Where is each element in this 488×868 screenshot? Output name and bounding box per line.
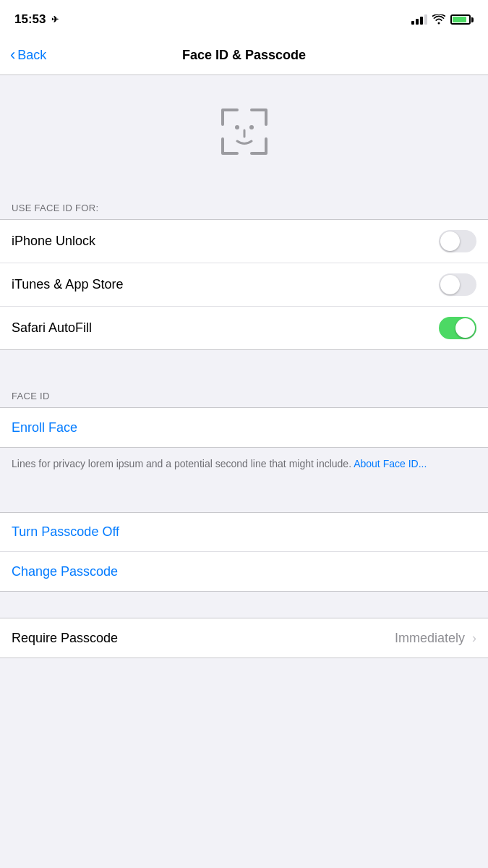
status-bar: 15:53 ✈︎ [0,0,488,36]
about-face-id-link[interactable]: About Face ID... [354,458,427,469]
safari-autofill-toggle[interactable] [439,317,476,339]
require-passcode-label: Require Passcode [12,631,118,646]
svg-point-1 [249,125,254,129]
wifi-icon [432,14,445,25]
battery-icon [450,14,474,25]
back-button[interactable]: ‹ Back [10,48,46,63]
iphone-unlock-toggle[interactable] [439,230,476,252]
require-passcode-row[interactable]: Require Passcode Immediately › [0,618,488,658]
signal-bar-2 [416,19,419,25]
spacer-2 [0,486,488,512]
require-passcode-group: Require Passcode Immediately › [0,618,488,658]
svg-point-0 [235,125,239,129]
change-passcode-label: Change Passcode [12,564,118,579]
back-chevron-icon: ‹ [10,47,15,63]
enroll-face-label: Enroll Face [12,420,77,435]
safari-autofill-label: Safari AutoFill [12,320,92,336]
itunes-app-store-toggle-knob [440,275,460,294]
enroll-face-group: Enroll Face [0,407,488,448]
face-id-hero [0,75,488,188]
turn-passcode-off-row[interactable]: Turn Passcode Off [0,513,488,552]
location-icon: ✈︎ [51,14,59,25]
face-id-icon [215,103,273,161]
spacer-1 [0,350,488,376]
itunes-app-store-label: iTunes & App Store [12,277,123,292]
spacer-3 [0,592,488,618]
signal-bar-1 [411,21,414,25]
face-id-section-header: FACE ID [0,376,488,407]
back-label: Back [17,48,46,63]
iphone-unlock-toggle-knob [440,231,460,251]
page-title: Face ID & Passcode [182,48,306,63]
safari-autofill-toggle-knob [455,318,475,338]
signal-bars [411,14,427,25]
enroll-face-row[interactable]: Enroll Face [0,408,488,447]
signal-bar-3 [420,17,423,25]
iphone-unlock-label: iPhone Unlock [12,234,95,249]
passcode-group: Turn Passcode Off Change Passcode [0,512,488,592]
face-id-toggles-group: iPhone Unlock iTunes & App Store Safari … [0,219,488,350]
itunes-app-store-toggle[interactable] [439,273,476,296]
change-passcode-row[interactable]: Change Passcode [0,552,488,591]
privacy-note: Lines for privacy lorem ipsum and a pote… [0,448,488,486]
signal-bar-4 [424,14,427,25]
turn-passcode-off-label: Turn Passcode Off [12,524,119,540]
itunes-app-store-row[interactable]: iTunes & App Store [0,263,488,307]
nav-bar: ‹ Back Face ID & Passcode [0,36,488,75]
require-passcode-chevron-icon: › [472,631,476,646]
require-passcode-value: Immediately [395,631,465,646]
privacy-text: Lines for privacy lorem ipsum and a pote… [12,458,351,469]
use-face-id-section-header: USE FACE ID FOR: [0,188,488,219]
safari-autofill-row[interactable]: Safari AutoFill [0,307,488,349]
require-passcode-value-container: Immediately › [395,631,476,646]
iphone-unlock-row[interactable]: iPhone Unlock [0,220,488,263]
status-left: 15:53 ✈︎ [14,12,59,27]
status-time: 15:53 [14,12,46,27]
status-right [411,14,474,25]
